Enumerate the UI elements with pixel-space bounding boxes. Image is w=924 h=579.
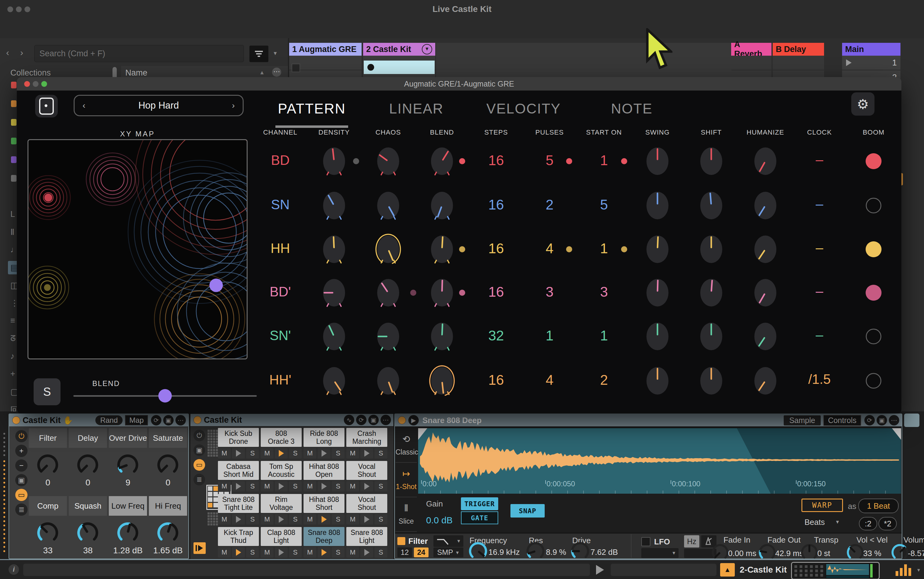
filter-arrow-icon[interactable]: ▼ [273,51,278,57]
pad-overview-cell[interactable] [213,486,218,491]
boom-toggle[interactable] [864,152,883,170]
pattern-knob[interactable] [699,233,724,265]
rand-button[interactable]: Rand [95,415,122,425]
pad-overview-cell[interactable] [213,515,215,517]
device-sampler-header[interactable]: ▶ Snare 808 Deep Sample Controls ⟳ ▣ ⋯ [395,414,902,426]
pad-overview-cell[interactable] [207,520,210,523]
pad-overview-cell[interactable] [208,497,212,502]
pad-overview-cell[interactable] [213,520,215,523]
pad-overview-cell[interactable] [216,438,218,440]
pad-solo-button[interactable]: S [375,547,387,558]
macro-knob[interactable] [36,453,59,476]
pad-play-button[interactable] [232,481,245,492]
pattern-knob[interactable] [645,277,670,309]
tab-velocity[interactable]: VELOCITY [484,100,563,117]
half-tempo-pill[interactable]: :2 [859,517,877,530]
pad-overview-cell[interactable] [210,520,212,523]
pad-play-icon[interactable] [279,450,284,457]
pad-play-icon[interactable] [321,483,327,490]
pad-overview-cell[interactable] [207,512,210,514]
pattern-knob[interactable] [322,277,346,309]
pad-solo-button[interactable]: S [289,481,301,492]
pad-mute-button[interactable]: M [218,481,231,492]
pattern-knob[interactable] [322,365,346,397]
trigger-button[interactable]: TRIGGER [461,497,498,510]
macro-knob[interactable] [76,453,99,476]
browser-forward-icon[interactable]: › [20,47,23,58]
pad-overview-cell[interactable] [210,430,212,432]
pad-solo-button[interactable]: S [246,514,259,525]
hotswap-icon[interactable]: ⟳ [356,415,367,425]
pad-play-icon[interactable] [364,549,370,556]
macro-icon[interactable]: ▭ [194,459,205,471]
pad-overview-cell[interactable] [207,441,210,443]
tab-linear[interactable]: LINEAR [381,100,451,117]
pad-solo-button[interactable]: S [332,448,344,458]
collection-color-chip[interactable] [11,175,16,182]
variation-icon[interactable]: ▣ [15,474,28,486]
pad-play-button[interactable] [275,481,288,492]
pad-overview-cell[interactable] [210,432,212,435]
pad-overview-cell[interactable] [207,443,210,446]
pattern-knob[interactable] [753,321,777,352]
device-activator-icon[interactable] [398,416,406,424]
boom-toggle[interactable] [864,240,883,258]
pad-play-button[interactable] [318,547,331,558]
drum-pad[interactable]: Tom SpAcoustic [261,461,301,480]
pattern-knob[interactable] [322,145,346,177]
macro-knob[interactable] [116,453,139,476]
list-icon[interactable]: ≣ [194,474,205,486]
pad-overview-cell[interactable] [210,518,212,520]
macro-knob[interactable] [76,521,99,545]
drum-pad[interactable]: Snare 808Light [346,527,387,546]
pad-overview-cell[interactable] [213,512,215,514]
collection-color-chip[interactable] [11,156,16,163]
filter-circuit-chooser[interactable]: SMP ▼ [433,548,463,557]
pattern-knob[interactable] [699,365,724,397]
pad-overview-cell[interactable] [216,449,218,451]
pad-overview-cell[interactable] [216,432,218,435]
output-meter-icon[interactable] [896,564,914,576]
pattern-knob[interactable] [645,145,670,177]
drum-pad[interactable]: CabasaShort Mid [218,461,259,480]
pad-play-icon[interactable] [279,549,284,556]
pad-overview-cell[interactable] [213,492,218,496]
boom-toggle[interactable] [864,283,883,302]
more-icon[interactable]: ⋯ [889,415,899,425]
fold-device-view-button[interactable]: ▲ [720,563,735,577]
pad-overview-cell[interactable] [213,497,218,502]
pad-mute-button[interactable]: M [218,547,231,558]
sort-arrow-icon[interactable]: ▲ [259,69,265,76]
clip-slot[interactable] [773,56,824,70]
randomize-dice-button[interactable] [35,95,58,118]
clip-slot[interactable] [731,56,771,70]
pad-overview-cell[interactable] [216,520,218,523]
pad-play-button[interactable] [360,547,373,558]
pad-solo-button[interactable]: S [332,514,344,525]
pad-solo-button[interactable]: S [246,547,259,558]
pad-overview-cell[interactable] [208,492,212,496]
pattern-knob[interactable] [699,321,724,352]
preview-play-icon[interactable] [596,565,604,575]
power-icon[interactable]: ⏻ [15,430,28,442]
more-icon[interactable]: ⋯ [176,415,186,425]
pattern-knob[interactable] [322,233,346,265]
drum-pad[interactable]: CrashMarching [346,428,387,447]
pad-overview-cell[interactable] [213,438,215,440]
pad-overview-cell[interactable] [216,443,218,446]
pad-mute-button[interactable]: M [261,547,274,558]
pad-play-icon[interactable] [321,516,327,523]
pad-overview-cell[interactable] [210,452,212,454]
pattern-knob[interactable] [753,233,777,265]
pad-overview-cell[interactable] [210,441,212,443]
drum-pad[interactable]: Hihat 808Open [303,461,344,480]
pad-play-icon[interactable] [236,450,241,457]
pattern-knob[interactable] [376,145,401,177]
browser-back-icon[interactable]: ‹ [6,47,9,58]
macro-icon[interactable]: ▭ [15,489,28,501]
pad-play-button[interactable] [360,448,373,458]
hz-toggle[interactable]: Hz [684,535,699,548]
pad-play-icon[interactable] [236,516,241,523]
slope-24-button[interactable]: 24 [414,548,429,557]
pad-mute-button[interactable]: M [303,547,316,558]
